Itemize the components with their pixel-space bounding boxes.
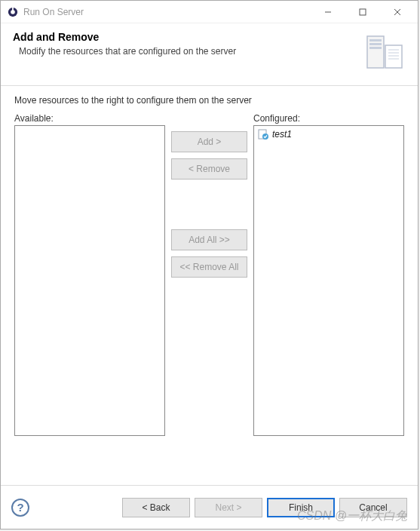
available-listbox[interactable] (14, 125, 165, 436)
maximize-button[interactable] (345, 2, 380, 23)
list-item-label: test1 (272, 129, 292, 140)
wizard-content: Move resources to the right to configure… (1, 86, 418, 439)
add-all-button[interactable]: Add All >> (171, 229, 247, 250)
cancel-button[interactable]: Cancel (339, 498, 407, 517)
instruction-text: Move resources to the right to configure… (14, 95, 404, 106)
available-label: Available: (14, 113, 165, 124)
transfer-panels: Available: Add > < Remove Add All >> << … (14, 113, 404, 436)
svg-rect-2 (12, 7, 14, 11)
finish-button[interactable]: Finish (267, 498, 335, 517)
remove-button[interactable]: < Remove (171, 158, 247, 180)
add-button[interactable]: Add > (171, 131, 247, 152)
dialog-window: Run On Server Add and Remove Modify the … (0, 0, 418, 529)
banner-title: Add and Remove (13, 31, 359, 43)
help-icon[interactable]: ? (11, 499, 29, 517)
svg-rect-4 (360, 9, 366, 15)
svg-rect-11 (385, 45, 402, 68)
configured-label: Configured: (253, 113, 404, 124)
banner-image-icon (362, 31, 406, 75)
close-button[interactable] (380, 2, 415, 23)
titlebar: Run On Server (1, 1, 418, 23)
remove-all-button[interactable]: << Remove All (171, 256, 247, 278)
app-icon (7, 6, 19, 18)
wizard-footer: ? < Back Next > Finish Cancel (1, 485, 418, 529)
svg-rect-9 (369, 43, 382, 45)
window-title: Run On Server (23, 7, 311, 17)
configured-panel: Configured: test1 (253, 113, 404, 436)
module-icon (257, 128, 269, 140)
banner-subtitle: Modify the resources that are configured… (13, 46, 359, 57)
wizard-banner: Add and Remove Modify the resources that… (1, 23, 418, 86)
window-controls (311, 2, 415, 23)
available-panel: Available: (14, 113, 165, 436)
banner-text: Add and Remove Modify the resources that… (13, 31, 359, 57)
svg-rect-8 (369, 39, 382, 41)
svg-rect-10 (369, 47, 382, 49)
minimize-button[interactable] (311, 2, 345, 23)
configured-listbox[interactable]: test1 (253, 125, 404, 436)
next-button[interactable]: Next > (195, 498, 262, 517)
transfer-buttons: Add > < Remove Add All >> << Remove All (171, 113, 247, 436)
back-button[interactable]: < Back (122, 498, 190, 517)
list-item[interactable]: test1 (256, 127, 402, 141)
